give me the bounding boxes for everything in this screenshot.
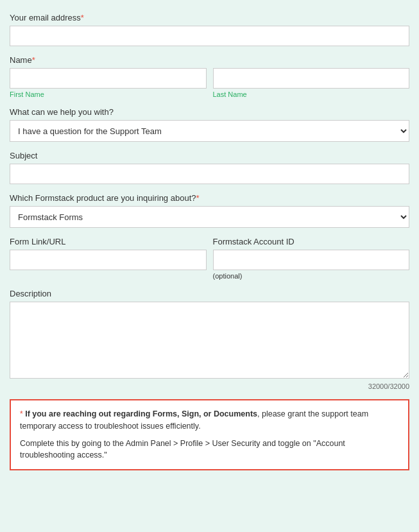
link-account-field-group: Form Link/URL Formstack Account ID (opti…: [10, 237, 409, 280]
product-label: Which Formstack product are you inquirin…: [10, 193, 409, 203]
account-id-input[interactable]: [213, 250, 410, 270]
help-label: What can we help you with?: [10, 107, 409, 117]
help-select[interactable]: I have a question for the Support Team I…: [10, 120, 409, 142]
char-count: 32000/32000: [10, 382, 409, 390]
notice-bold-text: If you are reaching out regarding Forms,…: [25, 409, 257, 418]
description-field-group: Description 32000/32000: [10, 289, 409, 390]
subject-input[interactable]: [10, 164, 409, 184]
account-id-label: Formstack Account ID: [213, 237, 410, 246]
notice-text2: Complete this by going to the Admin Pane…: [20, 439, 345, 460]
description-label-text: Description: [10, 289, 51, 298]
name-field-group: Name* First Name Last Name: [10, 55, 409, 98]
subject-label: Subject: [10, 151, 409, 160]
subject-label-text: Subject: [10, 151, 37, 160]
notice-box: * If you are reaching out regarding Form…: [10, 399, 409, 470]
first-name-input[interactable]: [10, 68, 207, 89]
email-label: Your email address*: [10, 13, 409, 22]
name-row: First Name Last Name: [10, 68, 409, 98]
two-col-row: Form Link/URL Formstack Account ID (opti…: [10, 237, 409, 280]
description-label: Description: [10, 289, 409, 298]
product-required-marker: *: [196, 193, 199, 203]
form-link-col: Form Link/URL: [10, 237, 207, 280]
help-label-text: What can we help you with?: [10, 107, 114, 117]
form-link-input[interactable]: [10, 250, 207, 270]
notice-asterisk: *: [20, 409, 23, 418]
form-container: Your email address* Name* First Name Las…: [10, 13, 409, 470]
email-label-text: Your email address: [10, 13, 81, 22]
email-input[interactable]: [10, 26, 409, 46]
description-textarea[interactable]: [10, 302, 409, 379]
name-required-marker: *: [32, 55, 35, 65]
form-link-label-text: Form Link/URL: [10, 237, 65, 246]
account-id-col: Formstack Account ID (optional): [213, 237, 410, 280]
notice-paragraph-1: * If you are reaching out regarding Form…: [20, 408, 399, 433]
last-name-sublabel: Last Name: [213, 90, 410, 98]
account-id-optional: (optional): [213, 272, 410, 280]
form-link-label: Form Link/URL: [10, 237, 207, 246]
help-field-group: What can we help you with? I have a ques…: [10, 107, 409, 142]
first-name-col: First Name: [10, 68, 207, 98]
account-id-label-text: Formstack Account ID: [213, 237, 295, 246]
last-name-col: Last Name: [213, 68, 410, 98]
name-label-text: Name: [10, 55, 32, 65]
subject-field-group: Subject: [10, 151, 409, 184]
last-name-input[interactable]: [213, 68, 410, 89]
email-field-group: Your email address*: [10, 13, 409, 46]
product-label-text: Which Formstack product are you inquirin…: [10, 193, 196, 203]
first-name-sublabel: First Name: [10, 90, 207, 98]
product-select[interactable]: Formstack Forms Formstack Sign Formstack…: [10, 206, 409, 228]
notice-paragraph-2: Complete this by going to the Admin Pane…: [20, 438, 399, 462]
product-field-group: Which Formstack product are you inquirin…: [10, 193, 409, 228]
name-label: Name*: [10, 55, 409, 65]
email-required-marker: *: [81, 13, 84, 22]
